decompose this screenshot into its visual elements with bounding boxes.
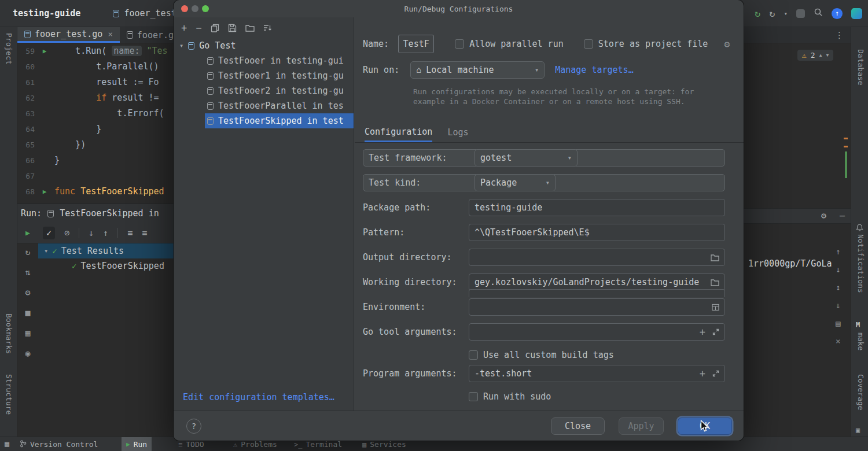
run-gutter-icon[interactable]: ▶	[35, 43, 54, 59]
line-number: 59	[17, 43, 35, 59]
field-label: Package path:	[363, 202, 469, 213]
input-environment[interactable]	[469, 298, 725, 316]
tool-button-notifications[interactable]: Notifications	[856, 234, 865, 293]
settings-icon[interactable]	[851, 8, 862, 19]
input-working-directory[interactable]: gey.kozlovskiy/GoLandProjects/testing-gu…	[469, 273, 725, 291]
remove-configuration-icon[interactable]: −	[196, 22, 201, 34]
sort-alpha-icon[interactable]: ↓	[89, 228, 94, 238]
manage-targets-link[interactable]: Manage targets…	[555, 65, 633, 75]
sort-duration-icon[interactable]: ↑	[103, 228, 108, 238]
expand-icon[interactable]	[712, 370, 719, 377]
tab-configuration[interactable]: Configuration	[365, 123, 432, 142]
test-settings-icon[interactable]: ⚙	[25, 287, 30, 298]
combo-test-framework[interactable]: gotest▾	[475, 149, 578, 167]
pin-icon[interactable]: ◉	[25, 348, 30, 358]
close-window-icon[interactable]	[181, 5, 188, 12]
checkbox-run-with-sudo[interactable]: Run with sudo	[469, 391, 551, 402]
tool-button-project[interactable]: Project	[5, 33, 13, 65]
configuration-item[interactable]: TestFooerParallel in tes	[174, 98, 354, 113]
toggle-auto-test-icon[interactable]: ⇅	[25, 267, 30, 278]
expand-all-icon[interactable]: ≡	[127, 228, 133, 238]
show-passed-icon[interactable]: ✓	[43, 227, 55, 239]
next-issue-icon[interactable]: ▼	[826, 53, 829, 58]
save-configuration-icon[interactable]	[228, 24, 237, 32]
scroll-end-icon[interactable]: ⇓	[836, 301, 840, 310]
add-icon[interactable]: +	[700, 326, 705, 338]
browse-icon[interactable]	[712, 304, 719, 311]
rerun-icon[interactable]: ↻	[755, 8, 760, 19]
tree-group-go-test[interactable]: ▾ Go Test	[174, 38, 354, 53]
chevron-down-icon[interactable]: ▾	[179, 42, 183, 50]
combo-test-kind[interactable]: Package▾	[475, 174, 556, 191]
chevron-down-icon[interactable]: ▾	[44, 247, 48, 255]
expand-icon[interactable]	[712, 328, 719, 335]
search-icon[interactable]	[814, 8, 823, 19]
tab-options-icon[interactable]: ⋮	[835, 30, 851, 40]
statusbar-run[interactable]: ▶Run	[122, 437, 152, 451]
configuration-item[interactable]: TestFooerSkipped in test	[174, 113, 354, 128]
tool-button-coverage[interactable]: Coverage	[856, 374, 865, 411]
configuration-item[interactable]: TestFooer1 in testing-gu	[174, 68, 354, 83]
rerun-failed-icon[interactable]: ↻	[25, 247, 30, 257]
chevron-down-icon[interactable]: ▾	[784, 10, 788, 17]
tab-label: fooer.go	[137, 30, 179, 40]
sort-configurations-icon[interactable]	[263, 24, 272, 32]
add-configuration-icon[interactable]: +	[181, 22, 187, 34]
print-icon[interactable]: ▤	[836, 319, 840, 328]
input-program-arguments[interactable]: -test.short+	[469, 365, 725, 382]
run-target: TestFooerSkipped in	[60, 208, 159, 219]
tool-windows-icon[interactable]: ▦	[5, 439, 9, 448]
down-stack-icon[interactable]: ↓	[836, 265, 840, 274]
close-icon[interactable]: ×	[108, 29, 112, 39]
folder-icon[interactable]	[711, 279, 719, 286]
inspections-widget[interactable]: ⚠ 2 ▲ ▼	[797, 50, 833, 61]
zoom-window-icon[interactable]	[202, 5, 209, 12]
code-text: if result !=	[54, 90, 159, 106]
tab-fooer-test-go[interactable]: fooer_test.go ×	[17, 27, 120, 43]
run-gutter-icon[interactable]: ▶	[35, 184, 54, 199]
ok-button[interactable]: OK	[678, 417, 732, 435]
copy-configuration-icon[interactable]	[211, 24, 219, 32]
run-config-icon[interactable]: ↻	[769, 8, 775, 19]
name-input[interactable]: TestF	[398, 35, 434, 53]
statusbar-version-control[interactable]: Version Control	[15, 437, 102, 451]
update-icon[interactable]: ↑	[832, 8, 843, 19]
input-output-directory[interactable]	[469, 249, 725, 266]
input-pattern[interactable]: ^\QTestFooerSkipped\E$	[469, 224, 725, 241]
up-stack-icon[interactable]: ↑	[836, 247, 840, 256]
apply-button[interactable]: Apply	[619, 417, 664, 435]
tool-button-bookmarks[interactable]: Bookmarks	[5, 313, 13, 354]
add-icon[interactable]: +	[700, 368, 705, 379]
edit-templates-link[interactable]: Edit configuration templates…	[183, 392, 334, 402]
statusbar-label: Problems	[241, 440, 277, 449]
dashboard-icon[interactable]: ▦	[25, 328, 30, 338]
clear-icon[interactable]: ×	[836, 337, 840, 346]
rerun-tests-icon[interactable]: ▶	[25, 228, 30, 237]
checkbox-use-all-custom-build-tags[interactable]: Use all custom build tags	[469, 350, 614, 360]
input-package-path[interactable]: testing-guide	[469, 199, 725, 216]
hide-icon[interactable]: —	[840, 210, 845, 221]
collapse-all-icon[interactable]: ≡	[142, 228, 147, 238]
help-button[interactable]: ?	[186, 419, 201, 434]
folder-icon[interactable]	[711, 254, 719, 261]
tool-button-database[interactable]: Database	[856, 49, 865, 86]
prev-issue-icon[interactable]: ▲	[819, 53, 822, 58]
configuration-item[interactable]: TestFooer in testing-gui	[174, 53, 354, 68]
tab-logs[interactable]: Logs	[447, 123, 468, 142]
close-button[interactable]: Close	[551, 417, 605, 435]
move-to-folder-icon[interactable]	[245, 24, 255, 32]
ignore-icon[interactable]: ⊘	[64, 228, 69, 238]
soft-wrap-icon[interactable]: ↕	[836, 283, 840, 292]
goland-ide: testing-guide fooer_test.go ↻ ↻ ▾ ↑ fooe…	[0, 0, 868, 451]
configuration-item[interactable]: TestFooer2 in testing-gu	[174, 83, 354, 98]
run-on-select[interactable]: ⌂ Local machine ▾	[410, 61, 545, 79]
suspend-icon[interactable]: ■	[25, 308, 30, 318]
checkbox-store-as-project-file[interactable]: Store as project file	[584, 39, 708, 49]
input-go-tool-arguments[interactable]: +	[469, 323, 725, 341]
tool-button-structure[interactable]: Structure	[5, 374, 13, 415]
test-passed-icon: ✓	[72, 261, 76, 271]
gear-icon[interactable]: ⚙	[821, 210, 826, 221]
tool-button-make[interactable]: make	[856, 332, 865, 350]
gear-icon[interactable]: ⚙	[724, 39, 730, 50]
checkbox-allow-parallel-run[interactable]: Allow parallel run	[455, 39, 564, 49]
